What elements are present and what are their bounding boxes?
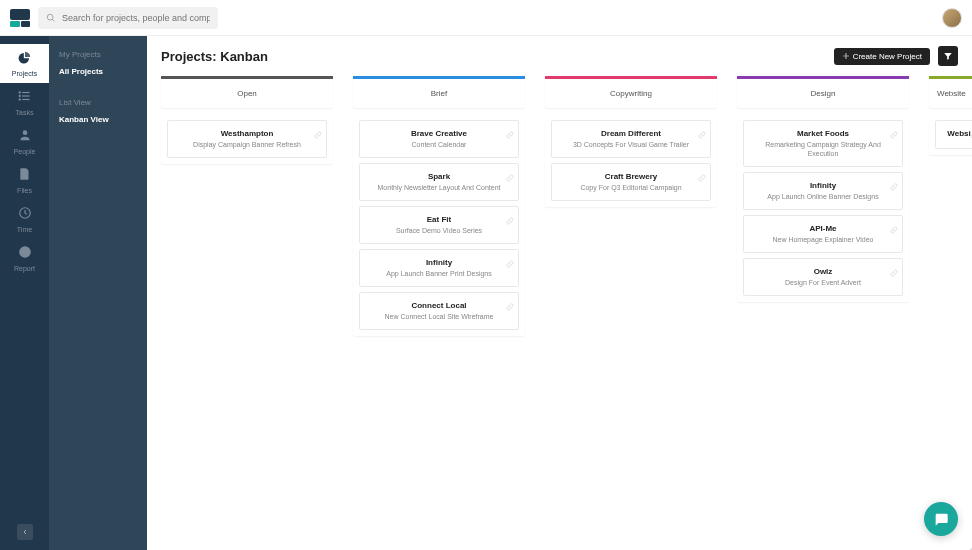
card-title: Spark: [370, 172, 508, 181]
people-icon: [18, 128, 32, 146]
svg-point-7: [19, 99, 20, 100]
project-card[interactable]: InfinityApp Launch Online Banner Designs: [743, 172, 903, 210]
project-card[interactable]: OwlzDesign For Event Advert: [743, 258, 903, 296]
nav-item-people[interactable]: People: [0, 122, 49, 161]
card-title: Craft Brewery: [562, 172, 700, 181]
card-title: Websi: [946, 129, 972, 138]
card-title: Westhampton: [178, 129, 316, 138]
project-card[interactable]: Market FoodsRemarketing Campaign Strateg…: [743, 120, 903, 167]
card-subtitle: 3D Concepts For Visual Game Trailer: [562, 140, 700, 149]
project-card[interactable]: Websi: [935, 120, 972, 149]
sidebar-item-all-projects[interactable]: All Projects: [57, 63, 139, 80]
nav-item-projects[interactable]: Projects: [0, 44, 49, 83]
sidebar-item-my-projects[interactable]: My Projects: [57, 46, 139, 63]
link-icon: [506, 168, 514, 186]
link-icon: [506, 254, 514, 272]
project-card[interactable]: Brave CreativeContent Calendar: [359, 120, 519, 158]
nav-item-report[interactable]: Report: [0, 239, 49, 278]
card-title: Market Foods: [754, 129, 892, 138]
files-icon: [18, 167, 32, 185]
card-title: Owlz: [754, 267, 892, 276]
column-header[interactable]: Brief: [353, 76, 525, 108]
kanban-column: BriefBrave CreativeContent CalendarSpark…: [353, 76, 525, 536]
create-project-label: Create New Project: [853, 52, 922, 61]
project-card[interactable]: Connect LocalNew Connect Local Site Wire…: [359, 292, 519, 330]
link-icon: [890, 177, 898, 195]
project-card[interactable]: Eat FitSurface Demo Video Series: [359, 206, 519, 244]
card-title: Brave Creative: [370, 129, 508, 138]
topbar: [0, 0, 972, 36]
project-card[interactable]: WesthamptonDisplay Campaign Banner Refre…: [167, 120, 327, 158]
card-subtitle: Surface Demo Video Series: [370, 226, 508, 235]
projects-icon: [18, 50, 32, 68]
project-card[interactable]: API-MeNew Homepage Explainer Video: [743, 215, 903, 253]
kanban-column: DesignMarket FoodsRemarketing Campaign S…: [737, 76, 909, 536]
project-card[interactable]: InfinityApp Launch Banner Print Designs: [359, 249, 519, 287]
column-body: WesthamptonDisplay Campaign Banner Refre…: [161, 114, 333, 164]
search-icon: [46, 13, 56, 23]
filter-button[interactable]: [938, 46, 958, 66]
sidebar: My ProjectsAll ProjectsList ViewKanban V…: [49, 36, 147, 550]
column-header[interactable]: Copywriting: [545, 76, 717, 108]
tasks-icon: [18, 89, 32, 107]
project-card[interactable]: Dream Different3D Concepts For Visual Ga…: [551, 120, 711, 158]
link-icon: [506, 125, 514, 143]
kanban-column: OpenWesthamptonDisplay Campaign Banner R…: [161, 76, 333, 536]
column-body: Websi: [929, 114, 972, 155]
link-icon: [506, 211, 514, 229]
link-icon: [314, 125, 322, 143]
main-nav: ProjectsTasksPeopleFilesTimeReport: [0, 36, 49, 550]
card-subtitle: Design For Event Advert: [754, 278, 892, 287]
nav-label: Tasks: [16, 109, 34, 116]
chat-widget[interactable]: [924, 502, 958, 536]
search-box[interactable]: [38, 7, 218, 29]
nav-label: Report: [14, 265, 35, 272]
card-subtitle: App Launch Banner Print Designs: [370, 269, 508, 278]
nav-item-time[interactable]: Time: [0, 200, 49, 239]
card-title: Infinity: [754, 181, 892, 190]
filter-icon: [943, 51, 953, 61]
card-subtitle: App Launch Online Banner Designs: [754, 192, 892, 201]
kanban-board: OpenWesthamptonDisplay Campaign Banner R…: [147, 76, 972, 550]
plus-icon: [842, 52, 850, 60]
project-card[interactable]: Craft BreweryCopy For Q3 Editorial Campa…: [551, 163, 711, 201]
svg-point-6: [19, 95, 20, 96]
report-icon: [18, 245, 32, 263]
column-body: Brave CreativeContent CalendarSparkMonth…: [353, 114, 525, 336]
kanban-column: WebsiteWebsi: [929, 76, 972, 536]
svg-point-8: [22, 130, 27, 135]
time-icon: [18, 206, 32, 224]
nav-label: People: [14, 148, 36, 155]
column-header[interactable]: Website: [929, 76, 972, 108]
card-title: Connect Local: [370, 301, 508, 310]
card-subtitle: Copy For Q3 Editorial Campaign: [562, 183, 700, 192]
card-subtitle: Remarketing Campaign Strategy And Execut…: [754, 140, 892, 158]
link-icon: [698, 125, 706, 143]
user-avatar[interactable]: [942, 8, 962, 28]
svg-line-1: [52, 19, 54, 21]
project-card[interactable]: SparkMonthly Newsletter Layout And Conte…: [359, 163, 519, 201]
card-subtitle: Monthly Newsletter Layout And Content: [370, 183, 508, 192]
link-icon: [890, 220, 898, 238]
nav-label: Time: [17, 226, 32, 233]
nav-label: Files: [17, 187, 32, 194]
column-header[interactable]: Design: [737, 76, 909, 108]
link-icon: [698, 168, 706, 186]
nav-label: Projects: [12, 70, 37, 77]
collapse-nav-button[interactable]: [17, 524, 33, 540]
search-input[interactable]: [62, 13, 210, 23]
create-project-button[interactable]: Create New Project: [834, 48, 930, 65]
card-title: API-Me: [754, 224, 892, 233]
sidebar-item-list-view[interactable]: List View: [57, 94, 139, 111]
column-header[interactable]: Open: [161, 76, 333, 108]
nav-item-tasks[interactable]: Tasks: [0, 83, 49, 122]
column-body: Market FoodsRemarketing Campaign Strateg…: [737, 114, 909, 302]
card-subtitle: New Connect Local Site Wireframe: [370, 312, 508, 321]
link-icon: [890, 125, 898, 143]
chevron-left-icon: [21, 528, 29, 536]
app-logo[interactable]: [10, 9, 30, 27]
nav-item-files[interactable]: Files: [0, 161, 49, 200]
sidebar-item-kanban-view[interactable]: Kanban View: [57, 111, 139, 128]
link-icon: [506, 297, 514, 315]
column-body: Dream Different3D Concepts For Visual Ga…: [545, 114, 717, 207]
